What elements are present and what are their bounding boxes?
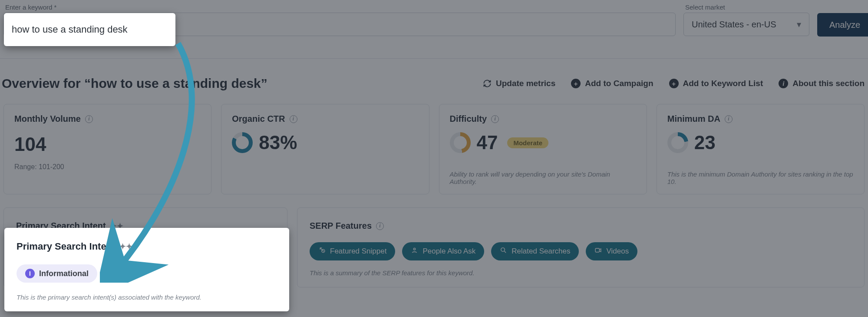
add-to-keyword-list-label: Add to Keyword List bbox=[683, 79, 763, 88]
ctr-donut-icon bbox=[232, 132, 253, 153]
volume-range: Range: 101-200 bbox=[14, 163, 201, 171]
difficulty-note: Ability to rank will vary depending on y… bbox=[450, 163, 636, 185]
serp-feature-icon bbox=[318, 247, 326, 256]
serp-feature-pill[interactable]: Related Searches bbox=[491, 242, 579, 260]
minda-value: 23 bbox=[694, 132, 716, 153]
card-serp-features: SERP Features i Featured SnippetPeople A… bbox=[297, 207, 865, 287]
keyword-label: Enter a keyword * bbox=[5, 3, 676, 11]
ctr-value: 83% bbox=[259, 132, 297, 153]
plus-icon: + bbox=[669, 79, 679, 88]
serp-feature-label: Related Searches bbox=[512, 247, 570, 256]
svg-rect-3 bbox=[596, 248, 600, 252]
analyze-button[interactable]: Analyze bbox=[817, 13, 868, 37]
serp-title: SERP Features bbox=[310, 221, 372, 231]
update-metrics-button[interactable]: Update metrics bbox=[483, 79, 555, 88]
difficulty-donut-icon bbox=[450, 132, 471, 153]
info-icon[interactable]: i bbox=[290, 115, 297, 123]
minda-donut-icon bbox=[667, 132, 688, 153]
serp-feature-pill[interactable]: People Also Ask bbox=[402, 242, 484, 260]
market-value: United States - en-US bbox=[692, 20, 776, 30]
difficulty-badge: Moderate bbox=[507, 137, 548, 148]
plus-icon: + bbox=[571, 79, 581, 88]
minda-title: Minimum DA bbox=[667, 114, 720, 124]
volume-value: 104 bbox=[14, 133, 201, 155]
difficulty-title: Difficulty bbox=[450, 114, 487, 124]
serp-feature-icon bbox=[500, 247, 507, 256]
serp-feature-label: Videos bbox=[606, 247, 629, 256]
intent-note: This is the primary search intent(s) ass… bbox=[17, 286, 277, 301]
intent-icon: I bbox=[25, 247, 34, 257]
card-difficulty: Difficulty i 47 Moderate Ability to rank… bbox=[439, 104, 647, 194]
minda-note: This is the minimum Domain Authority for… bbox=[667, 163, 854, 185]
overview-title: Overview for “how to use a standing desk… bbox=[2, 76, 267, 91]
intent-pill: I Informational bbox=[16, 243, 97, 261]
card-monthly-volume: Monthly Volume i 104 Range: 101-200 bbox=[3, 104, 211, 194]
card-minimum-da: Minimum DA i 23 This is the minimum Doma… bbox=[657, 104, 865, 194]
serp-note: This is a summary of the SERP features f… bbox=[310, 261, 852, 277]
intent-note: This is the primary search intent(s) ass… bbox=[16, 261, 275, 277]
add-to-keyword-list-button[interactable]: + Add to Keyword List bbox=[669, 79, 763, 88]
volume-title: Monthly Volume bbox=[14, 114, 81, 124]
chevron-down-icon: ▾ bbox=[797, 19, 801, 30]
card-organic-ctr: Organic CTR i 83% bbox=[221, 104, 429, 194]
info-icon: i bbox=[779, 79, 788, 88]
refresh-icon bbox=[483, 79, 492, 88]
add-to-campaign-label: Add to Campaign bbox=[585, 79, 653, 88]
about-section-label: About this section bbox=[792, 79, 865, 88]
market-select[interactable]: United States - en-US ▾ bbox=[683, 13, 809, 36]
update-metrics-label: Update metrics bbox=[496, 79, 555, 88]
serp-feature-icon bbox=[594, 247, 602, 256]
svg-point-2 bbox=[501, 248, 505, 252]
serp-feature-icon bbox=[411, 247, 418, 256]
svg-point-1 bbox=[414, 248, 416, 250]
serp-feature-pill[interactable]: Featured Snippet bbox=[310, 242, 395, 260]
ctr-title: Organic CTR bbox=[232, 114, 285, 124]
card-search-intent: Primary Search Intent ✦✦ I Informational… bbox=[3, 207, 287, 287]
sparkle-icon: ✦✦ bbox=[110, 221, 123, 231]
serp-feature-label: Featured Snippet bbox=[330, 247, 386, 256]
info-icon[interactable]: i bbox=[85, 115, 93, 123]
difficulty-value: 47 bbox=[477, 132, 498, 153]
info-icon[interactable]: i bbox=[725, 115, 733, 123]
add-to-campaign-button[interactable]: + Add to Campaign bbox=[571, 79, 653, 88]
intent-title: Primary Search Intent bbox=[16, 221, 106, 231]
serp-feature-pill[interactable]: Videos bbox=[586, 242, 637, 260]
market-label: Select market bbox=[685, 3, 809, 11]
info-icon[interactable]: i bbox=[376, 222, 384, 230]
keyword-input[interactable] bbox=[3, 13, 676, 36]
about-section-button[interactable]: i About this section bbox=[779, 79, 865, 88]
intent-pill-label: Informational bbox=[39, 248, 88, 257]
serp-feature-label: People Also Ask bbox=[422, 247, 475, 256]
keyword-example-hint: Example: coffee machines bbox=[8, 39, 676, 46]
info-icon[interactable]: i bbox=[491, 115, 499, 123]
